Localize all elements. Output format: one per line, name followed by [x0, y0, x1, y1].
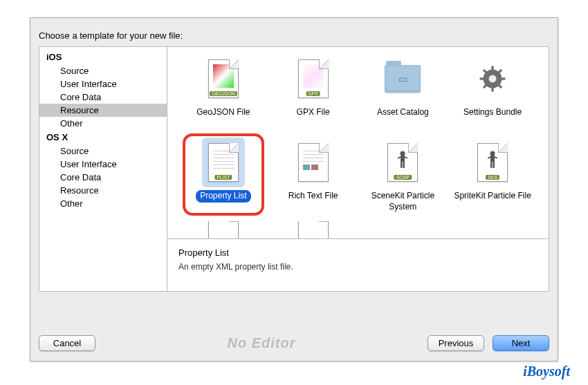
svg-rect-4 — [502, 77, 506, 79]
template-grid: GEOJSON GeoJSON File GPX GPX File ▭ Asse… — [167, 54, 549, 238]
ghost-text: No Editor — [95, 335, 428, 351]
watermark: iBoysoft — [523, 364, 570, 379]
new-file-dialog: Choose a template for your new file: iOS… — [30, 17, 558, 361]
gear-icon — [478, 64, 507, 93]
template-property-list[interactable]: PLIST Property List — [180, 138, 267, 217]
cancel-button[interactable]: Cancel — [39, 335, 95, 351]
template-spritekit-particle-file[interactable]: SKS SpriteKit Particle File — [449, 138, 536, 217]
template-label: Settings Bundle — [459, 106, 526, 119]
template-gpx-file[interactable]: GPX GPX File — [270, 54, 357, 133]
sidebar-item-user-interface[interactable]: User Interface — [39, 77, 167, 91]
sidebar-item-osx-source[interactable]: Source — [39, 144, 167, 158]
template-settings-bundle[interactable]: Settings Bundle — [449, 54, 536, 133]
template-category-sidebar: iOS Source User Interface Core Data Reso… — [39, 47, 167, 291]
template-details: Property List An empty XML property list… — [167, 238, 549, 291]
svg-point-9 — [489, 75, 497, 83]
folder-icon: ▭ — [385, 65, 421, 93]
svg-point-16 — [490, 151, 495, 156]
sidebar-item-osx-user-interface[interactable]: User Interface — [39, 158, 167, 171]
document-icon — [298, 143, 329, 182]
sidebar-item-osx-resource[interactable]: Resource — [39, 184, 167, 197]
document-icon: SKS — [477, 143, 508, 182]
sidebar-section-ios: iOS — [39, 50, 167, 64]
svg-rect-2 — [491, 88, 493, 92]
template-label: SceneKit Particle System — [360, 190, 447, 213]
template-geojson-file[interactable]: GEOJSON GeoJSON File — [180, 54, 267, 133]
dialog-body: iOS Source User Interface Core Data Reso… — [39, 46, 549, 292]
svg-rect-21 — [493, 162, 495, 168]
svg-rect-18 — [488, 156, 490, 159]
sidebar-item-resource[interactable]: Resource — [39, 104, 167, 117]
svg-rect-1 — [491, 66, 493, 71]
svg-rect-12 — [398, 156, 401, 159]
svg-rect-14 — [401, 162, 403, 168]
sidebar-item-core-data[interactable]: Core Data — [39, 91, 167, 104]
template-label: Asset Catalog — [373, 106, 433, 119]
document-icon — [298, 221, 329, 238]
template-grid-area: GEOJSON GeoJSON File GPX GPX File ▭ Asse… — [167, 47, 549, 238]
document-icon: PLIST — [208, 143, 239, 182]
sidebar-section-osx: OS X — [39, 130, 167, 144]
template-label: Rich Text File — [284, 190, 342, 203]
sidebar-item-other[interactable]: Other — [39, 117, 167, 130]
template-asset-catalog[interactable]: ▭ Asset Catalog — [360, 54, 447, 133]
sidebar-item-source[interactable]: Source — [39, 64, 167, 77]
svg-rect-11 — [401, 156, 405, 162]
svg-rect-19 — [495, 156, 497, 159]
template-scenekit-particle-system[interactable]: SCNP SceneKit Particle System — [360, 138, 447, 217]
dialog-footer: Cancel No Editor Previous Next — [39, 335, 549, 351]
svg-rect-3 — [480, 77, 484, 79]
previous-button[interactable]: Previous — [428, 335, 484, 351]
dialog-prompt: Choose a template for your new file: — [30, 18, 558, 46]
template-item[interactable] — [270, 221, 357, 238]
template-label: Property List — [196, 190, 250, 203]
template-label: GPX File — [293, 106, 334, 119]
sidebar-item-osx-other[interactable]: Other — [39, 197, 167, 210]
template-label: GeoJSON File — [192, 106, 254, 119]
template-item[interactable] — [180, 221, 267, 238]
template-label: SpriteKit Particle File — [450, 190, 535, 203]
details-description: An empty XML property list file. — [178, 262, 538, 272]
svg-point-10 — [401, 151, 405, 156]
svg-rect-13 — [405, 156, 407, 159]
sidebar-item-osx-core-data[interactable]: Core Data — [39, 171, 167, 184]
document-icon: GEOJSON — [208, 59, 239, 98]
document-icon: GPX — [298, 59, 329, 98]
svg-rect-20 — [490, 162, 493, 168]
template-content: GEOJSON GeoJSON File GPX GPX File ▭ Asse… — [167, 47, 549, 291]
details-title: Property List — [178, 247, 538, 258]
template-rich-text-file[interactable]: Rich Text File — [270, 138, 357, 217]
next-button[interactable]: Next — [493, 335, 549, 351]
svg-rect-15 — [403, 162, 405, 168]
document-icon: SCNP — [387, 143, 418, 182]
document-icon — [208, 221, 239, 238]
svg-rect-17 — [490, 156, 495, 162]
